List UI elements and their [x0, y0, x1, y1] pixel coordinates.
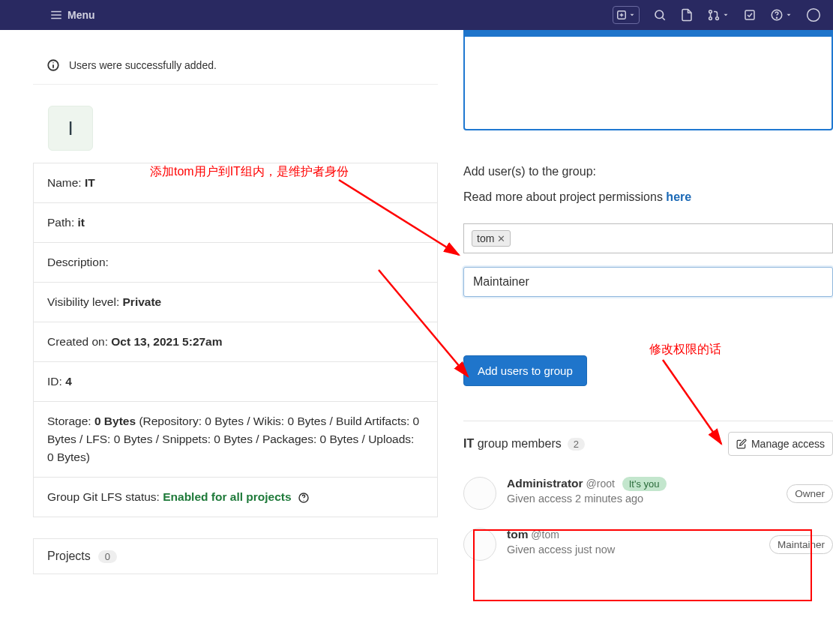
group-info-list: Name: IT Path: it Description: Visibilit…: [33, 163, 438, 517]
member-name: tom: [507, 528, 528, 541]
info-name: Name: IT: [34, 163, 437, 203]
member-avatar: [463, 528, 496, 561]
member-avatar: [463, 477, 496, 510]
blue-outlined-panel: [463, 33, 833, 130]
svg-point-14: [808, 9, 820, 22]
checklist-icon: [743, 8, 757, 22]
role-select[interactable]: Maintainer: [463, 267, 833, 297]
help-icon[interactable]: [298, 492, 310, 504]
edit-icon: [736, 439, 747, 449]
role-pill[interactable]: Maintainer: [769, 535, 833, 554]
user-token-input[interactable]: tom ✕: [463, 223, 833, 253]
add-users-heading: Add user(s) to the group:: [463, 151, 833, 190]
chevron-down-icon: [785, 11, 793, 19]
chevron-down-icon: [628, 11, 636, 19]
member-access-meta: Given access just now: [507, 544, 759, 556]
question-icon: [770, 8, 784, 22]
plus-icon: [616, 10, 627, 20]
blue-accent-bar: [463, 30, 833, 37]
member-row: tom @tom Given access just now Maintaine…: [463, 520, 833, 571]
success-alert: Users were successfully added.: [33, 46, 438, 85]
member-row: Administrator @root It's you Given acces…: [463, 469, 833, 520]
left-column: Users were successfully added. I Name: I…: [33, 30, 438, 574]
group-avatar: I: [48, 106, 93, 151]
info-storage: Storage: 0 Bytes (Repository: 0 Bytes / …: [34, 402, 437, 478]
issues-button[interactable]: [680, 6, 694, 24]
permissions-text: Read more about project permissions here: [463, 190, 833, 204]
menu-button[interactable]: Menu: [49, 8, 95, 22]
svg-point-8: [709, 10, 712, 13]
member-handle: @root: [586, 478, 615, 490]
members-header: IT group members 2 Manage access: [463, 421, 833, 469]
avatar-row: I: [33, 98, 438, 163]
document-icon: [680, 8, 694, 22]
svg-line-7: [662, 17, 664, 19]
todos-button[interactable]: [743, 6, 757, 24]
info-description: Description:: [34, 243, 437, 283]
svg-rect-11: [745, 10, 754, 19]
permissions-link[interactable]: here: [666, 190, 691, 203]
member-handle: @tom: [531, 529, 559, 541]
info-id: ID: 4: [34, 362, 437, 402]
topbar: Menu: [0, 0, 833, 30]
info-path: Path: it: [34, 203, 437, 243]
projects-count: 0: [98, 550, 117, 563]
menu-icon: [49, 8, 63, 22]
projects-panel: Projects 0: [33, 538, 438, 574]
remove-token-icon[interactable]: ✕: [497, 233, 505, 244]
member-access-meta: Given access 2 minutes ago: [507, 493, 776, 505]
info-created: Created on: Oct 13, 2021 5:27am: [34, 322, 437, 362]
alert-text: Users were successfully added.: [69, 59, 217, 71]
svg-point-9: [709, 17, 712, 20]
user-token[interactable]: tom ✕: [472, 230, 511, 247]
search-button[interactable]: [653, 6, 667, 24]
svg-point-17: [52, 62, 54, 64]
right-column: Add user(s) to the group: Read more abou…: [438, 30, 833, 574]
member-name: Administrator: [507, 477, 583, 490]
topbar-right: [613, 6, 826, 24]
merge-request-icon: [707, 8, 721, 22]
svg-point-10: [716, 17, 719, 20]
new-dropdown[interactable]: [613, 6, 640, 24]
info-icon: [46, 58, 60, 72]
menu-label: Menu: [67, 9, 95, 21]
avatar-icon: [806, 7, 821, 23]
info-lfs: Group Git LFS status: Enabled for all pr…: [34, 478, 437, 517]
svg-point-19: [303, 500, 304, 501]
add-users-button[interactable]: Add users to group: [463, 355, 587, 386]
lfs-status: Enabled for all projects: [163, 490, 291, 503]
members-count-badge: 2: [568, 438, 585, 451]
info-visibility: Visibility level: Private: [34, 283, 437, 322]
merge-requests-dropdown[interactable]: [707, 6, 730, 24]
you-badge: It's you: [622, 477, 667, 491]
svg-point-13: [776, 17, 777, 18]
chevron-down-icon: [722, 11, 730, 19]
search-icon: [653, 8, 667, 22]
projects-label: Projects: [47, 550, 91, 563]
question-icon: [298, 492, 310, 504]
svg-point-6: [655, 10, 664, 19]
help-dropdown[interactable]: [770, 6, 793, 24]
user-avatar[interactable]: [806, 6, 821, 24]
role-pill[interactable]: Owner: [787, 484, 833, 503]
manage-access-button[interactable]: Manage access: [728, 432, 833, 456]
